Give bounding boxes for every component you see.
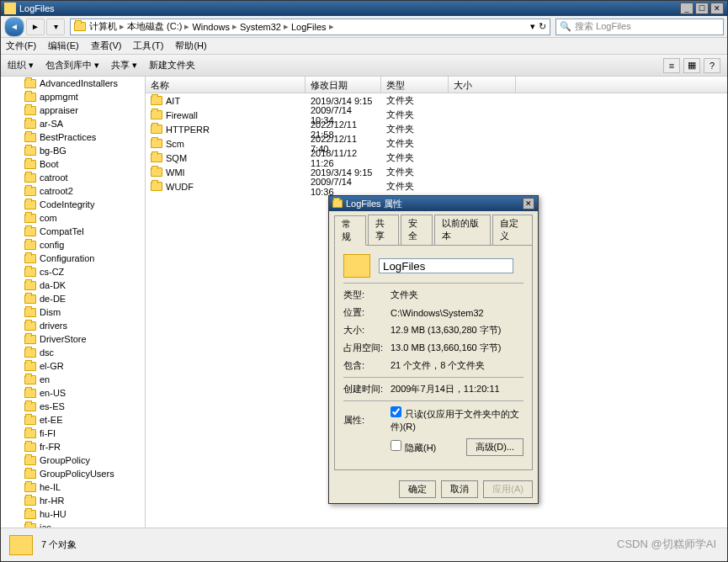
disk-label: 占用空间: (343, 342, 391, 354)
tab-security[interactable]: 安全 (401, 215, 433, 245)
tree-item[interactable]: hu-HU (1, 507, 145, 521)
address-part[interactable]: 计算机 (89, 20, 117, 33)
tree-item[interactable]: cs-CZ (1, 265, 145, 278)
tree-item[interactable]: appmgmt (1, 90, 145, 103)
newfolder-button[interactable]: 新建文件夹 (149, 59, 195, 72)
tree-item[interactable]: de-DE (1, 292, 145, 305)
tree-item[interactable]: Configuration (1, 252, 145, 265)
file-row[interactable]: WMI2019/3/14 9:15文件夹 (146, 165, 727, 179)
organize-button[interactable]: 组织 ▾ (8, 59, 34, 72)
tree-item[interactable]: catroot (1, 171, 145, 184)
tree-item[interactable]: el-GR (1, 359, 145, 373)
tree-item[interactable]: da-DK (1, 278, 145, 292)
tree-item[interactable]: hr-HR (1, 494, 145, 507)
address-bar[interactable]: 计算机▸ 本地磁盘 (C:)▸ Windows▸ System32▸ LogFi… (70, 19, 550, 35)
tree-item[interactable]: en-US (1, 386, 145, 400)
include-button[interactable]: 包含到库中 ▾ (45, 59, 99, 72)
readonly-label[interactable]: 只读(仅应用于文件夹中的文件)(R) (391, 409, 519, 432)
hidden-label[interactable]: 隐藏(H) (391, 440, 436, 454)
menu-tools[interactable]: 工具(T) (133, 40, 163, 52)
col-type[interactable]: 类型 (381, 77, 449, 93)
tree-item[interactable]: es-ES (1, 400, 145, 413)
tree-label: hr-HR (40, 496, 64, 506)
address-dropdown-icon[interactable]: ▾ (530, 21, 535, 32)
menu-help[interactable]: 帮助(H) (175, 40, 206, 52)
tab-previous[interactable]: 以前的版本 (434, 215, 491, 245)
apply-button[interactable]: 应用(A) (483, 480, 533, 498)
tree-item[interactable]: appraiser (1, 103, 145, 117)
advanced-button[interactable]: 高级(D)... (466, 438, 523, 456)
tree-item[interactable]: bg-BG (1, 144, 145, 157)
maximize-button[interactable]: ☐ (695, 3, 709, 14)
tab-customize[interactable]: 自定义 (492, 215, 533, 245)
tree-item[interactable]: AdvancedInstallers (1, 77, 145, 90)
minimize-button[interactable]: _ (680, 3, 693, 14)
tree-item[interactable]: he-IL (1, 480, 145, 494)
tree-item[interactable]: dsc (1, 346, 145, 359)
file-row[interactable]: HTTPERR2022/12/11 21:58文件夹 (146, 122, 727, 136)
cancel-button[interactable]: 取消 (441, 480, 478, 498)
menu-edit[interactable]: 编辑(E) (48, 40, 79, 52)
titlebar[interactable]: LogFiles _ ☐ ✕ (1, 1, 727, 16)
tree-item[interactable]: DriverStore (1, 332, 145, 346)
close-button[interactable]: ✕ (710, 3, 724, 14)
readonly-checkbox[interactable] (391, 406, 401, 417)
tree-item[interactable]: ias (1, 521, 145, 528)
help-button[interactable]: ? (704, 58, 720, 73)
search-icon: 🔍 (560, 21, 571, 32)
file-row[interactable]: AIT2019/3/14 9:15文件夹 (146, 93, 727, 108)
share-button[interactable]: 共享 ▾ (111, 59, 137, 72)
file-row[interactable]: Scm2022/12/11 7:40文件夹 (146, 136, 727, 151)
tree-item[interactable]: CodeIntegrity (1, 198, 145, 211)
tree-item[interactable]: com (1, 211, 145, 225)
file-row[interactable]: Firewall2009/7/14 10:34文件夹 (146, 108, 727, 122)
dialog-close-button[interactable]: ✕ (523, 198, 534, 209)
tree-item[interactable]: BestPractices (1, 130, 145, 144)
back-button[interactable]: ◄ (4, 17, 24, 37)
col-date[interactable]: 修改日期 (306, 77, 381, 93)
tree-item[interactable]: Dism (1, 305, 145, 319)
name-input[interactable] (379, 258, 513, 273)
tree-item[interactable]: GroupPolicy (1, 453, 145, 467)
ok-button[interactable]: 确定 (399, 480, 436, 498)
col-name[interactable]: 名称 (146, 77, 306, 93)
tree-label: ar-SA (40, 119, 63, 129)
tab-general[interactable]: 常规 (334, 215, 366, 246)
tab-sharing[interactable]: 共享 (368, 215, 400, 245)
folder-tree[interactable]: AdvancedInstallersappmgmtappraiserar-SAB… (1, 77, 146, 528)
tree-item[interactable]: ar-SA (1, 117, 145, 130)
tree-item[interactable]: CompatTel (1, 225, 145, 238)
window-title: LogFiles (19, 3, 55, 13)
col-size[interactable]: 大小 (449, 77, 516, 93)
tree-item[interactable]: fr-FR (1, 440, 145, 453)
tree-item[interactable]: drivers (1, 319, 145, 332)
tree-label: de-DE (40, 294, 66, 304)
forward-button[interactable]: ► (26, 19, 45, 35)
view-button[interactable]: ≡ (663, 58, 680, 73)
tree-item[interactable]: en (1, 373, 145, 386)
tree-label: AdvancedInstallers (40, 78, 118, 88)
history-dropdown[interactable]: ▾ (46, 19, 65, 35)
folder-icon (151, 125, 162, 134)
address-part[interactable]: System32 (240, 22, 281, 32)
tree-item[interactable]: fi-FI (1, 427, 145, 440)
file-name: Scm (166, 139, 184, 149)
tree-item[interactable]: catroot2 (1, 184, 145, 198)
menu-view[interactable]: 查看(V) (91, 40, 122, 52)
tree-item[interactable]: config (1, 238, 145, 252)
address-part[interactable]: LogFiles (291, 22, 327, 32)
preview-button[interactable]: ▦ (683, 58, 700, 73)
address-part[interactable]: Windows (192, 22, 230, 32)
refresh-icon[interactable]: ↻ (539, 21, 546, 32)
address-part[interactable]: 本地磁盘 (C:) (127, 20, 182, 33)
file-row[interactable]: SQM2018/11/12 11:26文件夹 (146, 151, 727, 165)
tree-item[interactable]: GroupPolicyUsers (1, 467, 145, 480)
dialog-titlebar[interactable]: LogFiles 属性 ✕ (329, 196, 538, 211)
tree-item[interactable]: Boot (1, 157, 145, 171)
search-box[interactable]: 🔍 搜索 LogFiles (555, 19, 724, 35)
tree-item[interactable]: et-EE (1, 413, 145, 427)
file-row[interactable]: WUDF2009/7/14 10:36文件夹 (146, 179, 727, 194)
menu-file[interactable]: 文件(F) (6, 40, 36, 52)
folder-icon (24, 362, 36, 371)
hidden-checkbox[interactable] (391, 440, 401, 451)
